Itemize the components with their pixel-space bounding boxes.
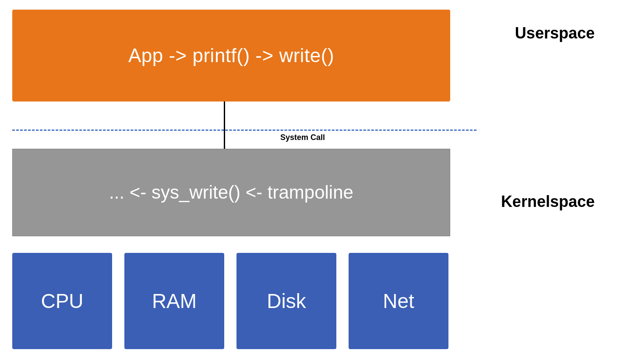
hardware-box-cpu-label: CPU bbox=[41, 289, 83, 313]
hardware-box-cpu: CPU bbox=[12, 253, 112, 349]
dashed-separator-line bbox=[12, 130, 476, 131]
userspace-box-text: App -> printf() -> write() bbox=[128, 45, 334, 66]
hardware-box-ram-label: RAM bbox=[152, 289, 197, 313]
hardware-box-net: Net bbox=[349, 253, 448, 349]
userspace-box: App -> printf() -> write() bbox=[12, 10, 450, 102]
hardware-box-ram: RAM bbox=[124, 253, 224, 349]
hardware-box-net-label: Net bbox=[383, 289, 414, 313]
hardware-box-disk: Disk bbox=[236, 253, 336, 349]
kernelspace-box: ... <- sys_write() <- trampoline bbox=[12, 149, 450, 236]
userspace-label: Userspace bbox=[515, 24, 595, 42]
kernelspace-box-text: ... <- sys_write() <- trampoline bbox=[109, 182, 353, 203]
diagram-container: Userspace Kernelspace App -> printf() ->… bbox=[0, 0, 621, 364]
system-call-label: System Call bbox=[280, 133, 325, 142]
hardware-container: CPU RAM Disk Net bbox=[12, 253, 448, 349]
hardware-box-disk-label: Disk bbox=[267, 289, 306, 313]
kernelspace-label: Kernelspace bbox=[501, 192, 595, 211]
